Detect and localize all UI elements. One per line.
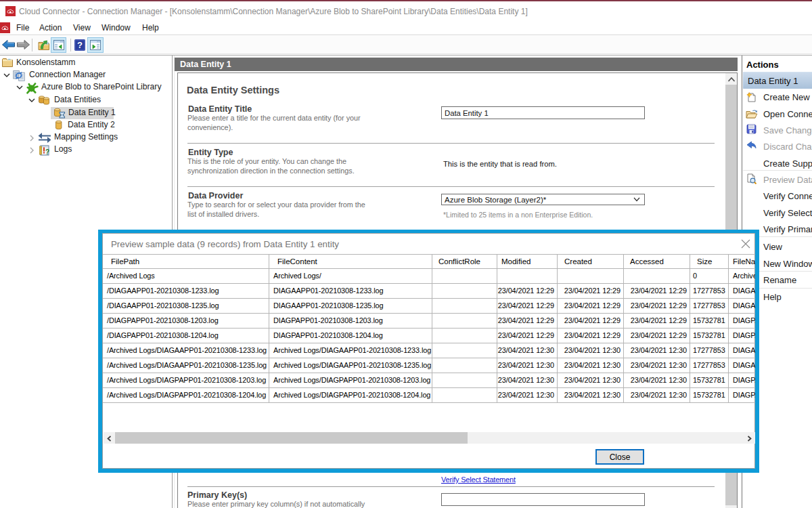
svg-text:?: ?: [77, 40, 83, 50]
svg-text:?: ?: [45, 148, 49, 156]
